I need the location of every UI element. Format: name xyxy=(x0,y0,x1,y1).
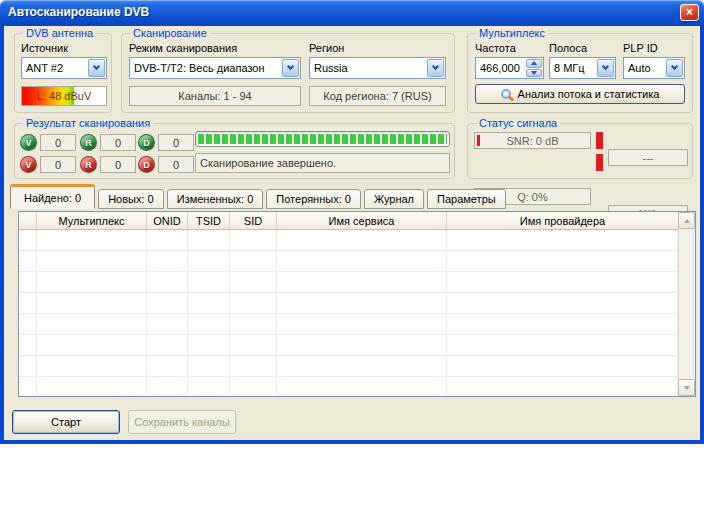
autoscan-dialog: Автосканирование DVB × DVB антенна Источ… xyxy=(0,0,704,444)
header-cell-tsid[interactable]: TSID xyxy=(188,212,230,229)
r-ok-count: 0 xyxy=(100,134,136,151)
close-icon: × xyxy=(686,6,693,18)
tab-changed[interactable]: Измененных: 0 xyxy=(167,189,264,209)
scroll-up-button[interactable] xyxy=(678,212,695,229)
spin-down-icon xyxy=(531,71,537,75)
group-signal-status-label: Статус сигнала xyxy=(476,117,560,130)
indicator-v-ok-icon: V xyxy=(20,134,37,151)
v-ok-count: 0 xyxy=(40,134,76,151)
tab-journal-label: Журнал xyxy=(374,193,414,205)
progress-bar xyxy=(195,131,450,147)
channels-table: Мультиплекс ONID TSID SID Имя сервиса Им… xyxy=(18,211,696,397)
save-channels-button[interactable]: Сохранить каналы xyxy=(128,410,236,434)
scroll-down-button[interactable] xyxy=(678,379,695,396)
source-combo[interactable]: ANT #2 xyxy=(21,57,107,79)
tab-lost[interactable]: Потерянных: 0 xyxy=(266,189,361,209)
channels-info: Каналы: 1 - 94 xyxy=(129,86,301,106)
scan-mode-combo-value: DVB-T/T2: Весь диапазон xyxy=(130,58,281,78)
group-dvb-antenna-label: DVB антенна xyxy=(23,27,96,40)
group-scanning: Сканирование Режим сканирования DVB-T/T2… xyxy=(121,33,455,113)
region-label: Регион xyxy=(309,42,344,54)
v-fail-count: 0 xyxy=(40,156,76,173)
header-cell-service-name[interactable]: Имя сервиса xyxy=(277,212,447,229)
antenna-level-text: L: 48 dBuV xyxy=(22,87,106,105)
group-scan-result-label: Результат сканирования xyxy=(23,117,153,130)
snr-text: SNR: 0 dB xyxy=(507,135,559,147)
tab-new[interactable]: Новых: 0 xyxy=(98,189,164,209)
plp-id-dropdown-button[interactable] xyxy=(666,59,683,77)
source-dropdown-button[interactable] xyxy=(88,59,105,77)
quality-text: Q: 0% xyxy=(517,191,548,203)
bandwidth-label: Полоса xyxy=(549,42,587,54)
table-column xyxy=(277,230,447,396)
header-cell-onid[interactable]: ONID xyxy=(147,212,188,229)
plp-id-combo-value: Auto xyxy=(624,58,665,78)
tab-found[interactable]: Найдено: 0 xyxy=(10,184,95,209)
table-column xyxy=(230,230,277,396)
scan-status-text: Сканирование завершено. xyxy=(195,153,450,173)
bandwidth-dropdown-button[interactable] xyxy=(597,59,614,77)
bandwidth-combo[interactable]: 8 МГц xyxy=(549,57,616,79)
table-body[interactable] xyxy=(19,230,678,396)
d-fail-count: 0 xyxy=(158,156,194,173)
region-code-info: Код региона: 7 (RUS) xyxy=(309,86,446,106)
table-column xyxy=(447,230,678,396)
analyze-button-label: Анализ потока и статистика xyxy=(518,88,660,100)
plp-id-combo[interactable]: Auto xyxy=(623,57,685,79)
group-multiplex-label: Мультиплекс xyxy=(476,27,548,40)
plp-id-label: PLP ID xyxy=(623,42,658,54)
d-ok-count: 0 xyxy=(158,134,194,151)
group-signal-status: Статус сигнала SNR: 0 dB --- Q: 0% N/A xyxy=(467,123,693,179)
indicator-v-fail-icon: V xyxy=(20,156,37,173)
tab-journal[interactable]: Журнал xyxy=(364,189,424,209)
antenna-level-meter: L: 48 dBuV xyxy=(21,86,107,106)
scan-mode-combo[interactable]: DVB-T/T2: Весь диапазон xyxy=(129,57,301,79)
scan-mode-dropdown-button[interactable] xyxy=(282,59,299,77)
header-cell-blank[interactable] xyxy=(19,212,37,229)
table-column xyxy=(188,230,230,396)
header-cell-multiplex[interactable]: Мультиплекс xyxy=(37,212,147,229)
group-dvb-antenna: DVB антенна Источник ANT #2 L: 48 dBuV xyxy=(14,33,112,113)
table-column xyxy=(37,230,147,396)
region-combo-value: Russia xyxy=(310,58,426,78)
chevron-down-icon xyxy=(671,63,678,70)
table-column xyxy=(19,230,37,396)
region-dropdown-button[interactable] xyxy=(427,59,444,77)
source-combo-value: ANT #2 xyxy=(22,58,87,78)
quality-red-bar-icon xyxy=(596,154,603,171)
r-fail-count: 0 xyxy=(100,156,136,173)
chevron-down-icon xyxy=(287,63,294,70)
group-scanning-label: Сканирование xyxy=(130,27,210,40)
table-header: Мультиплекс ONID TSID SID Имя сервиса Им… xyxy=(19,212,678,230)
indicator-d-ok-icon: D xyxy=(138,134,155,151)
tab-changed-label: Измененных: 0 xyxy=(177,193,254,205)
start-button[interactable]: Старт xyxy=(12,410,120,434)
table-column xyxy=(147,230,188,396)
spin-down-button[interactable] xyxy=(526,69,542,78)
tab-parameters[interactable]: Параметры xyxy=(427,189,506,209)
header-cell-sid[interactable]: SID xyxy=(230,212,277,229)
tab-found-label: Найдено: 0 xyxy=(24,192,81,204)
channels-table-main: Мультиплекс ONID TSID SID Имя сервиса Им… xyxy=(19,212,678,396)
snr-extra-value: --- xyxy=(608,149,688,166)
header-cell-provider-name[interactable]: Имя провайдера xyxy=(447,212,678,229)
group-multiplex: Мультиплекс Частота 466,000 Полоса 8 МГц… xyxy=(467,33,693,113)
spin-up-button[interactable] xyxy=(526,59,542,68)
scroll-up-icon xyxy=(684,219,690,223)
tab-new-label: Новых: 0 xyxy=(108,193,154,205)
search-icon xyxy=(501,89,511,99)
frequency-value: 466,000 xyxy=(476,58,525,78)
close-button[interactable]: × xyxy=(680,4,699,21)
scrollbar[interactable] xyxy=(678,212,695,396)
region-combo[interactable]: Russia xyxy=(309,57,446,79)
frequency-label: Частота xyxy=(475,42,516,54)
chevron-down-icon xyxy=(602,63,609,70)
progress-fill xyxy=(198,134,447,144)
frequency-spinner[interactable]: 466,000 xyxy=(475,57,544,79)
analyze-button[interactable]: Анализ потока и статистика xyxy=(475,84,685,104)
scroll-down-icon xyxy=(684,386,690,390)
titlebar[interactable]: Автосканирование DVB × xyxy=(0,0,704,26)
chevron-down-icon xyxy=(93,63,100,70)
indicator-r-ok-icon: R xyxy=(80,134,97,151)
dialog-client-area: DVB антенна Источник ANT #2 L: 48 dBuV С… xyxy=(0,26,704,444)
